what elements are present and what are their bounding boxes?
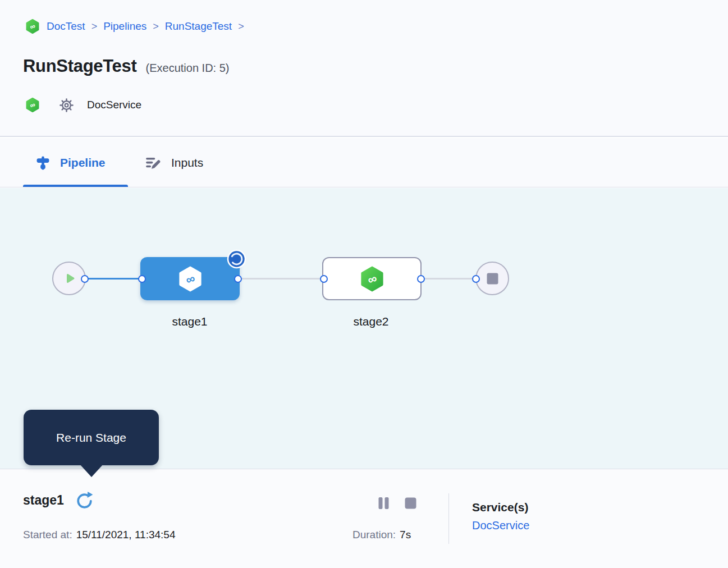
stage-node-stage1[interactable]: ∞ [140,257,240,300]
stage-label-stage2: stage2 [332,315,410,328]
breadcrumb-link-pipelines[interactable]: Pipelines [103,20,146,33]
pause-button[interactable] [377,497,390,510]
started-at-row: Started at:15/11/2021, 11:34:54 [23,529,175,541]
tooltip-arrow [80,464,103,477]
stop-icon [405,502,416,511]
connector-point [234,275,242,283]
execution-header: ∞ DocTest > Pipelines > RunStageTest > R… [0,0,728,137]
breadcrumb: ∞ DocTest > Pipelines > RunStageTest > [25,19,244,34]
refresh-icon [74,504,95,512]
abort-button[interactable] [405,497,416,509]
gear-icon [59,98,74,112]
edge-stage2-to-end [421,278,476,280]
harness-stage-icon: ∞ [359,265,386,292]
duration-label: Duration: [352,529,396,540]
duration-row: Duration:7s [352,529,411,541]
active-tab-indicator [23,185,128,187]
end-node [475,262,509,295]
stage-label-stage1: stage1 [150,315,229,328]
duration-value: 7s [400,529,411,540]
service-link[interactable]: DocService [472,519,529,532]
tab-pipeline-label: Pipeline [60,156,106,170]
harness-logo-icon: ∞ [25,97,40,113]
started-at-label: Started at: [23,529,72,540]
tab-pipeline[interactable]: Pipeline [35,138,106,187]
inputs-pencil-icon [145,155,162,171]
breadcrumb-link-pipeline-name[interactable]: RunStageTest [165,20,232,33]
connector-point [472,275,480,283]
pause-icon [377,503,390,511]
services-section: Service(s) DocService [472,501,529,532]
execution-id-label: (Execution ID: 5) [146,62,230,75]
edge-stage1-to-stage2 [238,278,324,280]
running-status-spinner-icon [227,249,246,269]
connector-point [138,275,146,283]
selected-stage-name: stage1 [23,493,64,508]
connector-point [320,275,328,283]
connector-point [81,275,89,283]
tab-inputs[interactable]: Inputs [145,138,203,187]
breadcrumb-link-project[interactable]: DocTest [47,20,85,33]
execution-tabs: Pipeline Inputs [0,138,728,187]
harness-stage-icon: ∞ [177,265,204,292]
services-label: Service(s) [472,501,528,514]
rerun-stage-button[interactable] [74,490,95,511]
connector-point [417,275,425,283]
pipeline-execution-page: ∞ DocTest > Pipelines > RunStageTest > R… [0,0,728,568]
service-name-label: DocService [87,99,141,111]
rerun-stage-tooltip: Re-run Stage [24,410,159,465]
breadcrumb-separator: > [91,21,98,33]
stop-square-icon [487,273,498,285]
tab-inputs-label: Inputs [171,156,203,170]
title-row: RunStageTest (Execution ID: 5) [23,56,229,76]
execution-controls [377,497,416,510]
pipeline-canvas: ∞ ∞ [0,188,728,469]
harness-logo-icon: ∞ [25,19,40,34]
stage-node-stage2[interactable]: ∞ [322,257,422,300]
breadcrumb-separator: > [153,21,159,33]
tooltip-text: Re-run Stage [56,431,126,445]
service-meta-row: ∞ [25,97,141,113]
started-at-value: 15/11/2021, 11:34:54 [76,529,176,540]
stage-title-row: stage1 [23,490,95,511]
breadcrumb-separator: > [238,21,244,33]
page-title: RunStageTest [23,56,137,76]
play-icon [63,272,77,285]
footer-divider [448,493,449,544]
stage-details-bar: stage1 Started at:15/11/2021, 11:34:54 [0,469,728,568]
edge-start-to-stage1 [85,278,142,280]
pipeline-icon [35,155,51,171]
